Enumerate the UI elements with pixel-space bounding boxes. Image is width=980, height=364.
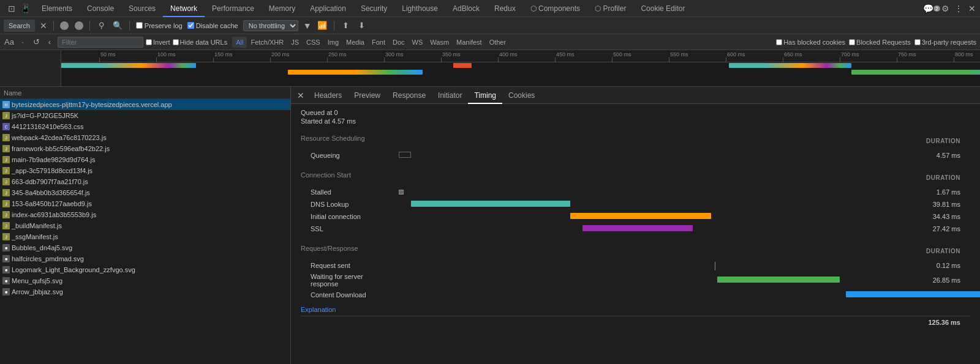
filter-type-css[interactable]: CSS [303,37,324,48]
filter-input[interactable] [58,37,143,48]
tab-console[interactable]: Console [80,0,121,17]
file-item-0[interactable]: H bytesizedpieces-pljttm17y-bytesizedpie… [0,99,290,110]
close-search-icon[interactable]: ✕ [40,21,47,31]
filter-type-wasm[interactable]: Wasm [426,37,453,48]
file-item-17[interactable]: ■ Arrow_jbbjaz.svg [0,286,290,297]
filter-type-manifest[interactable]: Manifest [453,37,486,48]
timing-tab-timing[interactable]: Timing [468,87,502,104]
file-name-3: webpack-42cdea76c8170223.js [12,134,288,141]
filter-type-xhr[interactable]: Fetch/XHR [247,37,287,48]
initial-conn-bar [399,213,921,220]
filter-type-all[interactable]: All [232,37,247,48]
file-item-12[interactable]: J _ssgManifest.js [0,231,290,242]
hide-data-urls-checkbox[interactable]: Hide data URLs [173,39,228,46]
timing-tab-cookies[interactable]: Cookies [502,87,541,104]
filter-icon[interactable]: ⚲ [96,20,107,31]
filter-type-media[interactable]: Media [342,37,368,48]
file-item-16[interactable]: ■ Menu_qufsj5.svg [0,275,290,286]
tab-cookie-editor[interactable]: Cookie Editor [633,0,692,17]
has-blocked-checkbox[interactable]: Has blocked cookies [776,39,845,46]
duration-label-3: DURATION [921,248,970,254]
settings-icon[interactable]: ⚙ [940,3,951,14]
search-button[interactable]: Search [4,20,35,32]
clear-button[interactable] [75,21,83,30]
tab-sources[interactable]: Sources [121,0,163,17]
tab-security[interactable]: Security [353,0,394,17]
timing-close-btn[interactable]: ✕ [293,87,308,104]
timing-tab-preview[interactable]: Preview [348,87,386,104]
ruler-tick-100: 100 ms [156,50,176,62]
device-icon[interactable]: 📱 [20,3,31,14]
tab-profiler[interactable]: ⬡ Profiler [587,0,633,17]
tab-lighthouse[interactable]: Lighthouse [394,0,445,17]
timing-tab-headers[interactable]: Headers [308,87,348,104]
third-party-checkbox[interactable]: 3rd-party requests [914,39,976,46]
filter-type-doc[interactable]: Doc [389,37,409,48]
file-item-11[interactable]: J _buildManifest.js [0,220,290,231]
duration-label-2: DURATION [921,174,970,181]
filter-type-ws[interactable]: WS [409,37,427,48]
file-item-3[interactable]: J webpack-42cdea76c8170223.js [0,132,290,143]
file-item-4[interactable]: J framework-bb5c596eafb42b22.js [0,143,290,154]
filter-toggle-icon[interactable]: Aa [4,37,15,48]
timing-tab-response[interactable]: Response [386,87,432,104]
file-item-15[interactable]: ■ Logomark_Light_Background_zzfvgo.svg [0,264,290,275]
throttle-arrow[interactable]: ▼ [303,21,312,31]
close-devtools-icon[interactable]: ✕ [967,3,978,14]
filter-type-other[interactable]: Other [486,37,510,48]
upload-icon[interactable]: ⬆ [341,20,352,31]
search-icon[interactable]: 🔍 [112,20,123,31]
tab-adblock[interactable]: AdBlock [445,0,487,17]
tab-components[interactable]: ⬡ Components [523,0,587,17]
more-icon[interactable]: ⋮ [953,3,964,14]
file-item-10[interactable]: J index-ac6931ab3b5553b9.js [0,209,290,220]
filter-back-icon[interactable]: ‹ [44,37,55,48]
throttle-select[interactable]: No throttling [243,20,298,31]
file-item-5[interactable]: J main-7b9ade9829d9d764.js [0,154,290,165]
timing-panel: ✕ Headers Preview Response Initiator Tim… [291,87,980,364]
filter-refresh-icon[interactable]: ↺ [31,37,42,48]
disable-cache-checkbox[interactable]: Disable cache [187,22,238,29]
tab-memory[interactable]: Memory [262,0,303,17]
invert-checkbox[interactable]: Invert [146,39,170,46]
file-name-7: 663-ddb7907f7aa21f70.js [12,178,288,185]
tab-redux[interactable]: Redux [487,0,523,17]
file-item-1[interactable]: J js?id=G-PJ2GE5JR5K [0,110,290,121]
chat-icon[interactable]: 💬 2 [926,3,937,14]
ssl-duration: 27.42 ms [921,225,970,232]
timing-tab-initiator[interactable]: Initiator [432,87,468,104]
content-download-label: Content Download [301,291,399,299]
tab-elements[interactable]: Elements [34,0,80,17]
filter-type-font[interactable]: Font [368,37,389,48]
file-icon-js-4: J [2,145,10,152]
request-response-header: Request/Response DURATION [301,245,970,257]
record-button[interactable] [60,21,69,30]
explanation-link[interactable]: Explanation [301,306,336,313]
filter-type-js[interactable]: JS [287,37,303,48]
queueing-bar [399,152,921,159]
blocked-requests-checkbox[interactable]: Blocked Requests [849,39,911,46]
devtools-tab-bar: ⊡ 📱 Elements Console Sources Network Per… [0,0,980,17]
file-item-9[interactable]: J 153-6a8450b127aaebd9.js [0,198,290,209]
tab-application[interactable]: Application [303,0,353,17]
filter-regex-icon[interactable]: · [17,37,28,48]
file-icon-css-2: C [2,123,10,130]
timing-tabs: ✕ Headers Preview Response Initiator Tim… [291,87,980,104]
filter-type-img[interactable]: Img [324,37,342,48]
inspect-icon[interactable]: ⊡ [6,3,17,14]
download-icon[interactable]: ⬇ [356,20,368,31]
resource-scheduling-title: Resource Scheduling [301,135,365,142]
preserve-log-checkbox[interactable]: Preserve log [136,22,183,29]
file-item-13[interactable]: ■ Bubbles_dn4aj5.svg [0,242,290,253]
file-item-14[interactable]: ■ halfcircles_pmdmad.svg [0,253,290,264]
tab-network[interactable]: Network [163,0,205,17]
file-item-2[interactable]: C 441213162410e563.css [0,121,290,132]
file-item-7[interactable]: J 663-ddb7907f7aa21f70.js [0,176,290,187]
file-item-8[interactable]: J 345-8a4bb0b3d365654f.js [0,187,290,198]
ruler-tick-600: 600 ms [726,50,745,62]
tab-performance[interactable]: Performance [205,0,262,17]
file-item-6[interactable]: J _app-3c57918d8ccd13f4.js [0,165,290,176]
wifi-icon[interactable]: 📶 [317,20,328,31]
file-name-4: framework-bb5c596eafb42b22.js [12,145,288,152]
file-icon-js-3: J [2,134,10,141]
